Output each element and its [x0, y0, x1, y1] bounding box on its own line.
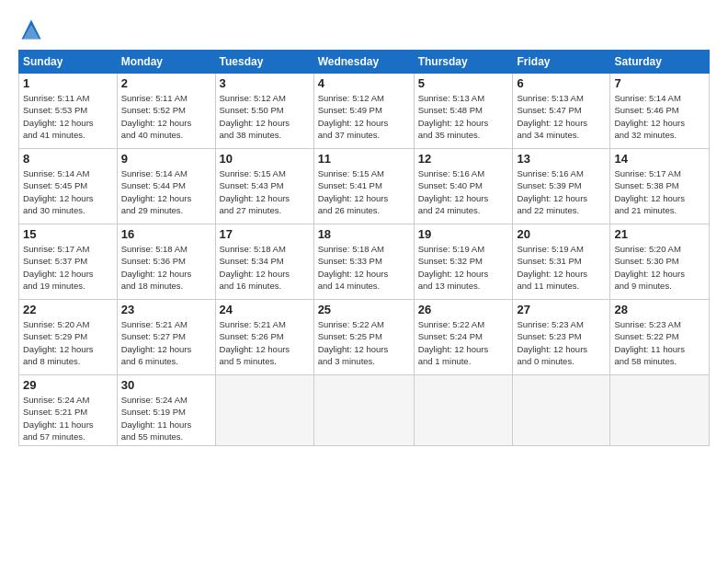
day-info: Sunrise: 5:14 AMSunset: 5:45 PMDaylight:… — [23, 167, 113, 216]
day-info: Sunrise: 5:17 AMSunset: 5:38 PMDaylight:… — [614, 167, 705, 216]
day-number: 12 — [418, 152, 509, 166]
day-info: Sunrise: 5:21 AMSunset: 5:26 PMDaylight:… — [220, 318, 310, 367]
day-number: 18 — [318, 227, 410, 241]
calendar-cell: 9Sunrise: 5:14 AMSunset: 5:44 PMDaylight… — [117, 149, 215, 224]
day-number: 8 — [23, 152, 113, 166]
logo — [18, 17, 48, 42]
week-row-1: 1Sunrise: 5:11 AMSunset: 5:53 PMDaylight… — [19, 74, 710, 149]
day-number: 5 — [418, 76, 509, 90]
day-number: 16 — [121, 227, 211, 241]
day-info: Sunrise: 5:23 AMSunset: 5:23 PMDaylight:… — [517, 318, 606, 367]
day-number: 15 — [23, 227, 113, 241]
day-info: Sunrise: 5:13 AMSunset: 5:48 PMDaylight:… — [418, 92, 509, 141]
day-info: Sunrise: 5:22 AMSunset: 5:24 PMDaylight:… — [418, 318, 509, 367]
calendar-cell: 19Sunrise: 5:19 AMSunset: 5:32 PMDayligh… — [414, 224, 513, 300]
day-number: 19 — [418, 227, 509, 241]
day-number: 30 — [121, 378, 211, 392]
day-info: Sunrise: 5:16 AMSunset: 5:40 PMDaylight:… — [418, 167, 509, 216]
day-number: 2 — [121, 76, 211, 90]
calendar-cell: 4Sunrise: 5:12 AMSunset: 5:49 PMDaylight… — [313, 74, 414, 149]
calendar-cell: 10Sunrise: 5:15 AMSunset: 5:43 PMDayligh… — [215, 149, 313, 224]
day-number: 23 — [121, 303, 211, 316]
day-number: 13 — [517, 152, 606, 166]
calendar-cell — [610, 375, 710, 446]
calendar-cell: 14Sunrise: 5:17 AMSunset: 5:38 PMDayligh… — [610, 149, 710, 224]
day-number: 27 — [517, 303, 606, 316]
day-info: Sunrise: 5:21 AMSunset: 5:27 PMDaylight:… — [121, 318, 211, 367]
day-info: Sunrise: 5:20 AMSunset: 5:30 PMDaylight:… — [614, 243, 705, 292]
day-info: Sunrise: 5:22 AMSunset: 5:25 PMDaylight:… — [318, 318, 410, 367]
day-number: 29 — [23, 378, 113, 392]
calendar-cell: 3Sunrise: 5:12 AMSunset: 5:50 PMDaylight… — [215, 74, 313, 149]
day-number: 17 — [220, 227, 310, 241]
day-info: Sunrise: 5:15 AMSunset: 5:43 PMDaylight:… — [220, 167, 310, 216]
calendar-cell: 15Sunrise: 5:17 AMSunset: 5:37 PMDayligh… — [19, 224, 118, 300]
day-info: Sunrise: 5:19 AMSunset: 5:32 PMDaylight:… — [418, 243, 509, 292]
calendar-header-thursday: Thursday — [414, 51, 513, 74]
day-number: 7 — [614, 76, 705, 90]
calendar-cell — [215, 375, 313, 446]
calendar-cell: 23Sunrise: 5:21 AMSunset: 5:27 PMDayligh… — [117, 300, 215, 375]
calendar-cell — [313, 375, 414, 446]
day-info: Sunrise: 5:18 AMSunset: 5:36 PMDaylight:… — [121, 243, 211, 292]
calendar-cell: 2Sunrise: 5:11 AMSunset: 5:52 PMDaylight… — [117, 74, 215, 149]
calendar-cell: 27Sunrise: 5:23 AMSunset: 5:23 PMDayligh… — [513, 300, 610, 375]
calendar-header-wednesday: Wednesday — [313, 51, 414, 74]
day-number: 11 — [318, 152, 410, 166]
calendar-cell: 6Sunrise: 5:13 AMSunset: 5:47 PMDaylight… — [513, 74, 610, 149]
day-number: 6 — [517, 76, 606, 90]
calendar-cell — [414, 375, 513, 446]
calendar-cell: 21Sunrise: 5:20 AMSunset: 5:30 PMDayligh… — [610, 224, 710, 300]
calendar-cell: 8Sunrise: 5:14 AMSunset: 5:45 PMDaylight… — [19, 149, 118, 224]
day-info: Sunrise: 5:20 AMSunset: 5:29 PMDaylight:… — [23, 318, 113, 367]
calendar-cell: 22Sunrise: 5:20 AMSunset: 5:29 PMDayligh… — [19, 300, 118, 375]
day-number: 24 — [220, 303, 310, 316]
logo-icon — [18, 17, 44, 42]
day-info: Sunrise: 5:11 AMSunset: 5:53 PMDaylight:… — [23, 92, 113, 141]
calendar-header-saturday: Saturday — [610, 51, 710, 74]
week-row-2: 8Sunrise: 5:14 AMSunset: 5:45 PMDaylight… — [19, 149, 710, 224]
day-number: 1 — [23, 76, 113, 90]
calendar-header-row: SundayMondayTuesdayWednesdayThursdayFrid… — [19, 51, 710, 74]
calendar-cell: 26Sunrise: 5:22 AMSunset: 5:24 PMDayligh… — [414, 300, 513, 375]
calendar-cell: 25Sunrise: 5:22 AMSunset: 5:25 PMDayligh… — [313, 300, 414, 375]
calendar-table: SundayMondayTuesdayWednesdayThursdayFrid… — [18, 50, 710, 446]
day-info: Sunrise: 5:24 AMSunset: 5:19 PMDaylight:… — [121, 394, 211, 442]
day-info: Sunrise: 5:14 AMSunset: 5:46 PMDaylight:… — [614, 92, 705, 141]
calendar-header-monday: Monday — [117, 51, 215, 74]
calendar-cell: 20Sunrise: 5:19 AMSunset: 5:31 PMDayligh… — [513, 224, 610, 300]
day-info: Sunrise: 5:18 AMSunset: 5:33 PMDaylight:… — [318, 243, 410, 292]
day-info: Sunrise: 5:17 AMSunset: 5:37 PMDaylight:… — [23, 243, 113, 292]
calendar-header-friday: Friday — [513, 51, 610, 74]
calendar-cell: 28Sunrise: 5:23 AMSunset: 5:22 PMDayligh… — [610, 300, 710, 375]
day-number: 22 — [23, 303, 113, 316]
calendar-cell: 24Sunrise: 5:21 AMSunset: 5:26 PMDayligh… — [215, 300, 313, 375]
calendar-cell: 17Sunrise: 5:18 AMSunset: 5:34 PMDayligh… — [215, 224, 313, 300]
header — [18, 17, 710, 42]
calendar-page: SundayMondayTuesdayWednesdayThursdayFrid… — [0, 0, 728, 563]
week-row-4: 22Sunrise: 5:20 AMSunset: 5:29 PMDayligh… — [19, 300, 710, 375]
day-info: Sunrise: 5:23 AMSunset: 5:22 PMDaylight:… — [614, 318, 705, 367]
week-row-3: 15Sunrise: 5:17 AMSunset: 5:37 PMDayligh… — [19, 224, 710, 300]
day-info: Sunrise: 5:24 AMSunset: 5:21 PMDaylight:… — [23, 394, 113, 442]
calendar-cell: 30Sunrise: 5:24 AMSunset: 5:19 PMDayligh… — [117, 375, 215, 446]
calendar-header-tuesday: Tuesday — [215, 51, 313, 74]
day-number: 14 — [614, 152, 705, 166]
day-info: Sunrise: 5:11 AMSunset: 5:52 PMDaylight:… — [121, 92, 211, 141]
day-info: Sunrise: 5:16 AMSunset: 5:39 PMDaylight:… — [517, 167, 606, 216]
calendar-cell: 1Sunrise: 5:11 AMSunset: 5:53 PMDaylight… — [19, 74, 118, 149]
day-info: Sunrise: 5:12 AMSunset: 5:50 PMDaylight:… — [220, 92, 310, 141]
calendar-cell — [513, 375, 610, 446]
day-number: 20 — [517, 227, 606, 241]
calendar-cell: 18Sunrise: 5:18 AMSunset: 5:33 PMDayligh… — [313, 224, 414, 300]
day-info: Sunrise: 5:14 AMSunset: 5:44 PMDaylight:… — [121, 167, 211, 216]
calendar-cell: 11Sunrise: 5:15 AMSunset: 5:41 PMDayligh… — [313, 149, 414, 224]
day-number: 10 — [220, 152, 310, 166]
week-row-5: 29Sunrise: 5:24 AMSunset: 5:21 PMDayligh… — [19, 375, 710, 446]
day-info: Sunrise: 5:19 AMSunset: 5:31 PMDaylight:… — [517, 243, 606, 292]
day-number: 4 — [318, 76, 410, 90]
day-info: Sunrise: 5:18 AMSunset: 5:34 PMDaylight:… — [220, 243, 310, 292]
day-number: 28 — [614, 303, 705, 316]
calendar-cell: 16Sunrise: 5:18 AMSunset: 5:36 PMDayligh… — [117, 224, 215, 300]
calendar-cell: 12Sunrise: 5:16 AMSunset: 5:40 PMDayligh… — [414, 149, 513, 224]
